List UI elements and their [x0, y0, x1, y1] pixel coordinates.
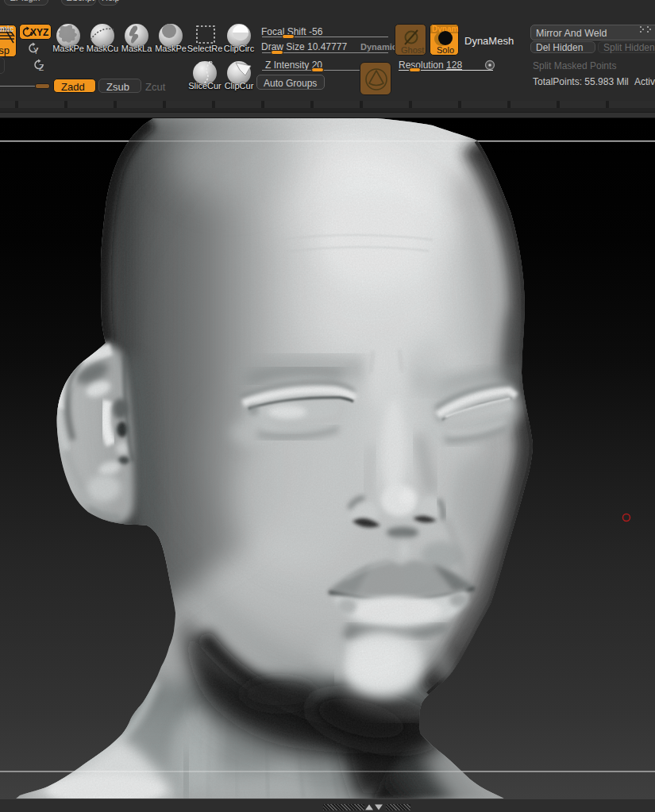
svg-text:Z: Z: [39, 63, 44, 72]
svg-text:Y: Y: [33, 47, 39, 56]
